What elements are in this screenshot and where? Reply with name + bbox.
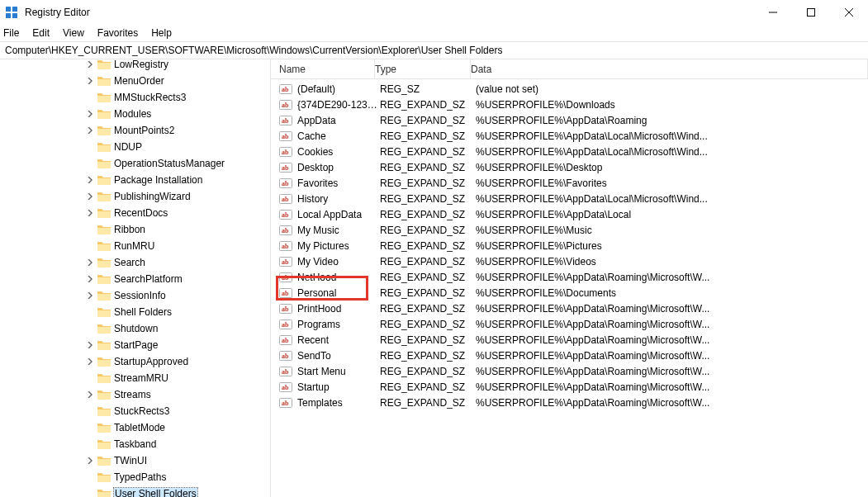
menu-view[interactable]: View bbox=[63, 27, 84, 39]
expander-icon[interactable] bbox=[84, 257, 96, 268]
tree-item[interactable]: SessionInfo bbox=[0, 287, 270, 304]
tree-item[interactable]: TypedPaths bbox=[0, 469, 270, 485]
value-name: Desktop bbox=[297, 162, 380, 173]
expander-icon[interactable] bbox=[84, 125, 96, 136]
tree-item[interactable]: TWinUI bbox=[0, 452, 270, 469]
value-data: %USERPROFILE%\AppData\Local\Microsoft\Wi… bbox=[476, 193, 868, 205]
close-button[interactable] bbox=[830, 0, 868, 25]
value-row[interactable]: abFavoritesREG_EXPAND_SZ%USERPROFILE%\Fa… bbox=[271, 175, 868, 191]
folder-icon bbox=[97, 455, 111, 466]
menu-file[interactable]: File bbox=[3, 27, 19, 39]
value-row[interactable]: abSendToREG_EXPAND_SZ%USERPROFILE%\AppDa… bbox=[271, 348, 868, 363]
tree-item[interactable]: StartupApproved bbox=[0, 353, 270, 370]
address-bar[interactable]: Computer\HKEY_CURRENT_USER\SOFTWARE\Micr… bbox=[0, 41, 868, 59]
tree-item[interactable]: LowRegistry bbox=[0, 59, 270, 73]
string-value-icon: ab bbox=[279, 334, 292, 347]
value-row[interactable]: abRecentREG_EXPAND_SZ%USERPROFILE%\AppDa… bbox=[271, 332, 868, 348]
value-row[interactable]: abProgramsREG_EXPAND_SZ%USERPROFILE%\App… bbox=[271, 316, 868, 332]
folder-icon bbox=[97, 273, 111, 285]
value-row[interactable]: abNetHoodREG_EXPAND_SZ%USERPROFILE%\AppD… bbox=[271, 269, 868, 285]
tree-item[interactable]: Package Installation bbox=[0, 172, 270, 188]
list-body: ab(Default)REG_SZ(value not set)ab{374DE… bbox=[271, 79, 868, 410]
value-row[interactable]: ab(Default)REG_SZ(value not set) bbox=[271, 81, 868, 97]
column-header-name[interactable]: Name bbox=[271, 59, 375, 78]
value-row[interactable]: abPersonalREG_EXPAND_SZ%USERPROFILE%\Doc… bbox=[271, 285, 868, 301]
tree-item[interactable]: Modules bbox=[0, 106, 270, 122]
tree-item[interactable]: RunMRU bbox=[0, 238, 270, 254]
expander-icon[interactable] bbox=[84, 356, 96, 367]
menu-favorites[interactable]: Favorites bbox=[97, 27, 138, 39]
tree-item[interactable]: Search bbox=[0, 254, 270, 271]
tree-item[interactable]: Shutdown bbox=[0, 320, 270, 337]
svg-text:ab: ab bbox=[282, 149, 289, 156]
tree-item[interactable]: Streams bbox=[0, 386, 270, 403]
maximize-button[interactable] bbox=[792, 0, 830, 25]
folder-icon bbox=[97, 356, 111, 367]
value-row[interactable]: abDesktopREG_EXPAND_SZ%USERPROFILE%\Desk… bbox=[271, 159, 868, 175]
value-row[interactable]: abMy VideoREG_EXPAND_SZ%USERPROFILE%\Vid… bbox=[271, 253, 868, 269]
value-row[interactable]: abStartupREG_EXPAND_SZ%USERPROFILE%\AppD… bbox=[271, 379, 868, 395]
value-row[interactable]: abCookiesREG_EXPAND_SZ%USERPROFILE%\AppD… bbox=[271, 144, 868, 159]
svg-rect-4 bbox=[12, 13, 17, 18]
svg-rect-2 bbox=[12, 7, 17, 12]
expander-icon[interactable] bbox=[84, 273, 96, 285]
tree-item[interactable]: Shell Folders bbox=[0, 304, 270, 320]
value-row[interactable]: abMy PicturesREG_EXPAND_SZ%USERPROFILE%\… bbox=[271, 238, 868, 253]
list-header: Name Type Data bbox=[271, 59, 868, 79]
tree-item[interactable]: OperationStatusManager bbox=[0, 155, 270, 172]
expander-icon[interactable] bbox=[84, 108, 96, 120]
expander-icon[interactable] bbox=[84, 59, 96, 70]
tree-item[interactable]: StartPage bbox=[0, 337, 270, 353]
value-data: %USERPROFILE%\Pictures bbox=[476, 240, 868, 252]
menu-edit[interactable]: Edit bbox=[32, 27, 50, 39]
string-value-icon: ab bbox=[279, 177, 292, 190]
value-row[interactable]: ab{374DE290-123F...REG_EXPAND_SZ%USERPRO… bbox=[271, 97, 868, 112]
tree-inner[interactable]: FolderTypesHideDesktopIconsLogonStatsLow… bbox=[0, 59, 270, 497]
value-row[interactable]: abHistoryREG_EXPAND_SZ%USERPROFILE%\AppD… bbox=[271, 191, 868, 206]
tree-item[interactable]: TabletMode bbox=[0, 419, 270, 436]
value-row[interactable]: abPrintHoodREG_EXPAND_SZ%USERPROFILE%\Ap… bbox=[271, 301, 868, 316]
minimize-button[interactable] bbox=[754, 0, 792, 25]
value-row[interactable]: abTemplatesREG_EXPAND_SZ%USERPROFILE%\Ap… bbox=[271, 395, 868, 410]
value-row[interactable]: abCacheREG_EXPAND_SZ%USERPROFILE%\AppDat… bbox=[271, 128, 868, 144]
tree-item[interactable]: MMStuckRects3 bbox=[0, 89, 270, 106]
expander-icon[interactable] bbox=[84, 455, 96, 466]
value-row[interactable]: abLocal AppDataREG_EXPAND_SZ%USERPROFILE… bbox=[271, 206, 868, 222]
tree-item[interactable]: NDUP bbox=[0, 139, 270, 155]
tree-item[interactable]: Taskband bbox=[0, 436, 270, 452]
expander-icon[interactable] bbox=[84, 290, 96, 301]
svg-rect-3 bbox=[6, 13, 11, 18]
expander-icon[interactable] bbox=[84, 207, 96, 219]
expander-icon[interactable] bbox=[84, 191, 96, 202]
tree-item-label: StuckRects3 bbox=[114, 405, 169, 417]
expander-icon[interactable] bbox=[84, 75, 96, 87]
column-header-data[interactable]: Data bbox=[471, 59, 868, 78]
value-name: Personal bbox=[297, 287, 380, 299]
svg-rect-36 bbox=[97, 459, 111, 466]
expander-icon[interactable] bbox=[84, 339, 96, 351]
value-row[interactable]: abStart MenuREG_EXPAND_SZ%USERPROFILE%\A… bbox=[271, 363, 868, 379]
column-header-type[interactable]: Type bbox=[375, 59, 471, 78]
tree-item[interactable]: StuckRects3 bbox=[0, 403, 270, 419]
string-value-icon: ab bbox=[279, 208, 292, 221]
expander-icon[interactable] bbox=[84, 389, 96, 400]
value-row[interactable]: abMy MusicREG_EXPAND_SZ%USERPROFILE%\Mus… bbox=[271, 222, 868, 238]
tree-item[interactable]: MountPoints2 bbox=[0, 122, 270, 139]
tree-item[interactable]: StreamMRU bbox=[0, 370, 270, 386]
tree-item[interactable]: PublishingWizard bbox=[0, 188, 270, 205]
tree-item[interactable]: RecentDocs bbox=[0, 205, 270, 221]
folder-icon bbox=[97, 174, 111, 186]
tree-item[interactable]: MenuOrder bbox=[0, 73, 270, 89]
tree-item[interactable]: Ribbon bbox=[0, 221, 270, 238]
value-name: Cookies bbox=[297, 146, 380, 158]
svg-rect-30 bbox=[97, 360, 111, 367]
tree-item[interactable]: User Shell Folders bbox=[0, 485, 270, 497]
menu-help[interactable]: Help bbox=[151, 27, 172, 39]
svg-rect-18 bbox=[97, 162, 111, 168]
folder-icon bbox=[97, 306, 111, 318]
value-data: %USERPROFILE%\AppData\Roaming\Microsoft\… bbox=[476, 319, 868, 330]
expander-icon[interactable] bbox=[84, 174, 96, 186]
string-value-icon: ab bbox=[279, 161, 292, 174]
tree-item[interactable]: SearchPlatform bbox=[0, 271, 270, 287]
value-row[interactable]: abAppDataREG_EXPAND_SZ%USERPROFILE%\AppD… bbox=[271, 112, 868, 128]
